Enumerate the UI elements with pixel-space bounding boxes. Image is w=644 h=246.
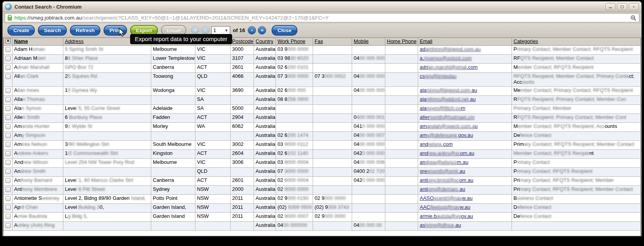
column-header-categories[interactable]: Categories	[512, 38, 642, 46]
email-link[interactable]: AACfleetspt@navw.au	[420, 204, 470, 210]
email-link[interactable]: a.moenxx@optsnt.com	[420, 55, 472, 61]
row-checkbox[interactable]	[5, 178, 11, 183]
row-checkbox[interactable]	[5, 169, 11, 174]
cell-country: Australia	[254, 195, 276, 204]
row-checkbox[interactable]	[5, 74, 11, 79]
cell-home	[385, 55, 418, 64]
cell-email[interactable]: armie.bautsta@xgov.au	[418, 213, 512, 222]
cell-text: gre	[420, 168, 427, 174]
cell-text: D	[513, 204, 517, 210]
cell-email[interactable]: a.moenxx@optsnt.com	[418, 55, 512, 64]
email-link[interactable]: amy@defencegr.gov.au	[420, 132, 473, 138]
cell-email[interactable]: andrew.ankrs@xcom.au	[418, 150, 512, 159]
email-link[interactable]: adamhmn@bigpnd.com.au	[420, 46, 481, 52]
email-link[interactable]: alaninns@bigpnd.com.au	[420, 87, 477, 93]
url-text[interactable]: https://smeg.jobtrack.com.au/search/gene…	[14, 15, 628, 21]
column-header-email[interactable]: Email	[418, 38, 512, 46]
email-link[interactable]: antiony.brnrd@xcom.au	[420, 177, 473, 183]
column-header-work[interactable]: Work Phone	[276, 38, 313, 46]
row-checkbox[interactable]	[5, 124, 11, 129]
column-header-mobile[interactable]: Mobile	[352, 38, 385, 46]
action-toolbar: Create Search Refresh Print Export Email…	[3, 23, 641, 38]
column-header-postcode[interactable]: Postcode	[231, 38, 254, 46]
page-number-select[interactable]: 1 ▼	[211, 26, 230, 34]
search-button[interactable]: Search	[38, 25, 66, 36]
maximize-button[interactable]	[617, 3, 627, 10]
row-checkbox[interactable]	[5, 223, 11, 228]
row-checkbox[interactable]	[5, 97, 11, 102]
cell-text: Ap	[14, 204, 20, 210]
cell-email[interactable]: AASOxcentrl@navw.au	[418, 195, 512, 204]
cell-email[interactable]: alansym@filtch.com	[418, 105, 512, 114]
email-link[interactable]: antiony@demarc.au	[420, 186, 465, 192]
title-bar[interactable]: Contact Search - Chromium ×	[3, 2, 641, 12]
row-checkbox[interactable]	[5, 88, 11, 93]
cell-postcode: 2601	[231, 64, 254, 73]
secure-lock-icon[interactable]	[7, 15, 12, 21]
cell-email[interactable]: amy@defencegr.gov.au	[418, 132, 512, 141]
close-window-button[interactable]: ×	[629, 3, 639, 10]
row-checkbox[interactable]	[5, 214, 11, 219]
cell-email[interactable]: alaninns@bigpnd.com.au	[418, 87, 512, 96]
select-all-checkbox-icon[interactable]: ✕	[5, 38, 11, 43]
row-checkbox[interactable]	[5, 115, 11, 120]
email-link[interactable]: csgrp@limtedau	[420, 73, 456, 79]
close-button[interactable]: Close	[272, 25, 297, 36]
email-link[interactable]: andrew.ankrs@xcom.au	[420, 150, 474, 156]
email-link[interactable]: greensmth@xmlr.au	[420, 168, 465, 174]
select-all-header[interactable]: ✕	[4, 38, 13, 46]
cell-email[interactable]: csgrp@limtedau	[418, 73, 512, 87]
cell-email[interactable]: adamhmn@bigpnd.com.au	[418, 46, 512, 55]
email-link[interactable]: andrew@wlsncom.au	[420, 159, 469, 165]
email-link[interactable]: andrelsnx.com	[420, 141, 453, 147]
cell-state	[195, 132, 231, 141]
cell-email[interactable]: ashring@dfnce.au	[418, 222, 512, 231]
cell-postcode: 4066	[231, 73, 254, 87]
create-button[interactable]: Create	[7, 25, 35, 36]
cell-email[interactable]: amandah@spectr.com.au	[418, 123, 512, 132]
cell-text: NSW	[197, 204, 209, 210]
cell-email[interactable]: andrelsnx.com	[418, 141, 512, 150]
cell-email[interactable]: antiony.brnrd@xcom.au	[418, 177, 512, 186]
row-checkbox[interactable]	[5, 187, 11, 192]
cell-email[interactable]: antiony@demarc.au	[418, 186, 512, 195]
column-header-name[interactable]: Name	[13, 38, 63, 46]
row-checkbox[interactable]	[5, 205, 11, 210]
cell-text: 042	[354, 177, 362, 183]
email-link[interactable]: alansym@filtch.com	[420, 105, 465, 111]
last-page-button[interactable]: »	[258, 26, 266, 34]
next-page-button[interactable]: ›	[248, 26, 256, 34]
cell-email[interactable]: alanthms@wldcrd.net.au	[418, 96, 512, 105]
email-link[interactable]: allernsmth@hotmael.cm	[420, 114, 474, 120]
email-link[interactable]: adrian.marshl@gmal.com	[420, 64, 478, 70]
cell-text: 2601	[232, 177, 243, 183]
email-link[interactable]: alanthms@wldcrd.net.au	[420, 96, 476, 102]
email-link[interactable]: armie.bautsta@xgov.au	[420, 213, 473, 219]
column-header-country[interactable]: Country	[254, 38, 276, 46]
email-link[interactable]: ashring@dfnce.au	[420, 222, 461, 228]
column-header-fax[interactable]: Fax	[313, 38, 352, 46]
minimize-button[interactable]	[605, 3, 615, 10]
row-checkbox[interactable]	[5, 160, 11, 165]
cell-email[interactable]: adrian.marshl@gmal.com	[418, 64, 512, 73]
row-checkbox[interactable]	[5, 142, 11, 147]
row-checkbox[interactable]	[5, 56, 11, 61]
column-header-home[interactable]: Home Phone	[385, 38, 418, 46]
email-link[interactable]: AASOxcentrl@navw.au	[420, 195, 472, 201]
cell-email[interactable]: greensmth@xmlr.au	[418, 168, 512, 177]
cell-suburb: Garden Island,	[151, 204, 195, 213]
cell-email[interactable]: allernsmth@hotmael.cm	[418, 114, 512, 123]
refresh-button[interactable]: Refresh	[70, 25, 100, 36]
url-input[interactable]: https://smeg.jobtrack.com.au/search/gene…	[5, 13, 639, 22]
cell-email[interactable]: AACfleetspt@navw.au	[418, 204, 512, 213]
row-checkbox[interactable]	[5, 106, 11, 111]
row-checkbox[interactable]	[5, 47, 11, 52]
row-checkbox[interactable]	[5, 133, 11, 138]
zoom-magnifier-icon[interactable]	[630, 15, 637, 21]
row-checkbox[interactable]	[5, 151, 11, 156]
row-checkbox[interactable]	[5, 196, 11, 201]
cell-email[interactable]: andrew@wlsncom.au	[418, 159, 512, 168]
row-checkbox[interactable]	[5, 65, 11, 70]
cell-text: 08 8	[277, 96, 287, 102]
email-link[interactable]: amandah@spectr.com.au	[420, 123, 478, 129]
